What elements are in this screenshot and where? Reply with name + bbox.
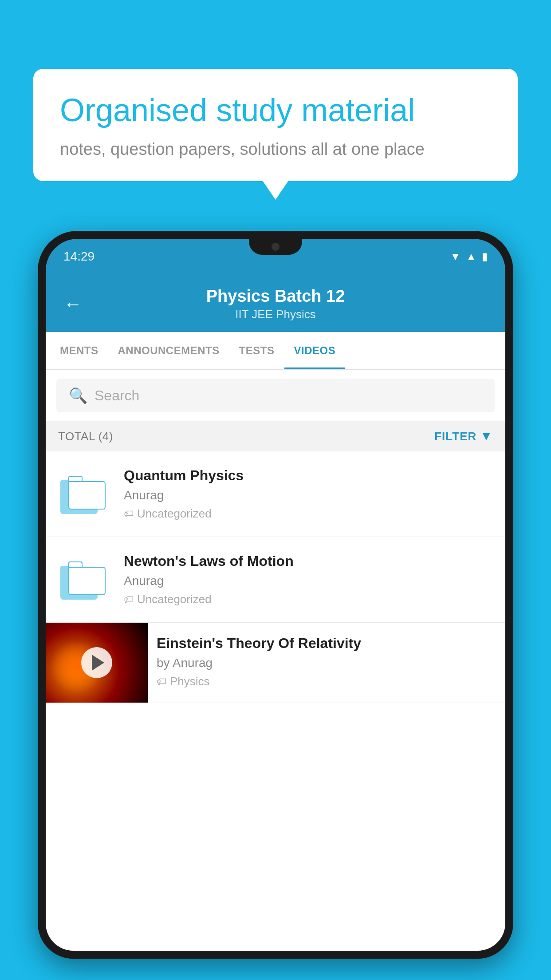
filter-row: TOTAL (4) FILTER ▼: [46, 421, 505, 451]
search-bar[interactable]: 🔍 Search: [56, 379, 495, 412]
search-container: 🔍 Search: [46, 370, 505, 421]
video-thumbnail: [46, 623, 148, 703]
video-tag: Uncategorized: [137, 593, 212, 606]
batch-title: Physics Batch 12: [93, 287, 458, 306]
video-author: Anurag: [124, 488, 493, 502]
list-item[interactable]: Newton's Laws of Motion Anurag 🏷 Uncateg…: [46, 537, 505, 623]
video-author: by Anurag: [157, 656, 496, 670]
video-info: Newton's Laws of Motion Anurag 🏷 Uncateg…: [124, 553, 493, 606]
video-tag: Physics: [170, 675, 210, 688]
video-folder-icon: [58, 472, 111, 516]
header-title-area: Physics Batch 12 IIT JEE Physics: [93, 287, 458, 321]
list-item[interactable]: Quantum Physics Anurag 🏷 Uncategorized: [46, 451, 505, 537]
speech-bubble-container: Organised study material notes, question…: [33, 69, 518, 181]
video-tag-row: 🏷 Uncategorized: [124, 507, 493, 521]
tag-icon: 🏷: [157, 676, 166, 688]
total-count: TOTAL (4): [58, 430, 113, 443]
app-header: ← Physics Batch 12 IIT JEE Physics: [46, 274, 505, 332]
tag-icon: 🏷: [124, 508, 134, 520]
tag-icon: 🏷: [124, 594, 134, 605]
video-title: Einstein's Theory Of Relativity: [157, 635, 496, 652]
speech-bubble-title: Organised study material: [60, 91, 491, 129]
play-triangle-icon: [92, 655, 104, 671]
tab-ments[interactable]: MENTS: [50, 332, 108, 369]
video-info: Quantum Physics Anurag 🏷 Uncategorized: [124, 467, 493, 521]
phone-container: 14:29 ▼ ▲ ▮ ← Physics Batch 12 IIT JEE P…: [38, 231, 513, 980]
phone-screen: ← Physics Batch 12 IIT JEE Physics MENTS…: [46, 274, 505, 951]
video-title: Newton's Laws of Motion: [124, 553, 493, 569]
search-input[interactable]: Search: [94, 387, 139, 404]
back-button[interactable]: ←: [63, 293, 82, 315]
tab-tests[interactable]: TESTS: [229, 332, 284, 369]
speech-bubble-subtitle: notes, question papers, solutions all at…: [60, 140, 491, 159]
video-tag: Uncategorized: [137, 507, 212, 521]
battery-icon: ▮: [482, 250, 488, 263]
camera-dot: [272, 243, 279, 251]
filter-funnel-icon: ▼: [480, 429, 493, 443]
filter-label: FILTER: [434, 430, 476, 443]
tab-videos[interactable]: VIDEOS: [284, 332, 346, 369]
play-button[interactable]: [81, 647, 112, 678]
phone-notch: [249, 239, 302, 255]
tabs-row: MENTS ANNOUNCEMENTS TESTS VIDEOS: [46, 332, 505, 370]
video-tag-row: 🏷 Physics: [157, 675, 496, 688]
status-icons: ▼ ▲ ▮: [450, 250, 488, 263]
search-icon: 🔍: [69, 387, 87, 404]
phone-outer: 14:29 ▼ ▲ ▮ ← Physics Batch 12 IIT JEE P…: [38, 231, 513, 959]
video-author: Anurag: [124, 574, 493, 588]
video-info: Einstein's Theory Of Relativity by Anura…: [148, 623, 505, 701]
filter-button[interactable]: FILTER ▼: [434, 429, 493, 443]
signal-icon: ▲: [466, 250, 476, 263]
batch-subtitle: IIT JEE Physics: [93, 308, 458, 321]
list-item[interactable]: Einstein's Theory Of Relativity by Anura…: [46, 623, 505, 703]
speech-bubble: Organised study material notes, question…: [33, 69, 518, 181]
video-tag-row: 🏷 Uncategorized: [124, 593, 493, 606]
status-time: 14:29: [63, 249, 94, 264]
status-bar: 14:29 ▼ ▲ ▮: [46, 239, 505, 274]
video-folder-icon: [58, 557, 111, 602]
video-list: Quantum Physics Anurag 🏷 Uncategorized: [46, 451, 505, 703]
wifi-icon: ▼: [450, 250, 460, 263]
video-title: Quantum Physics: [124, 467, 493, 484]
tab-announcements[interactable]: ANNOUNCEMENTS: [108, 332, 229, 369]
